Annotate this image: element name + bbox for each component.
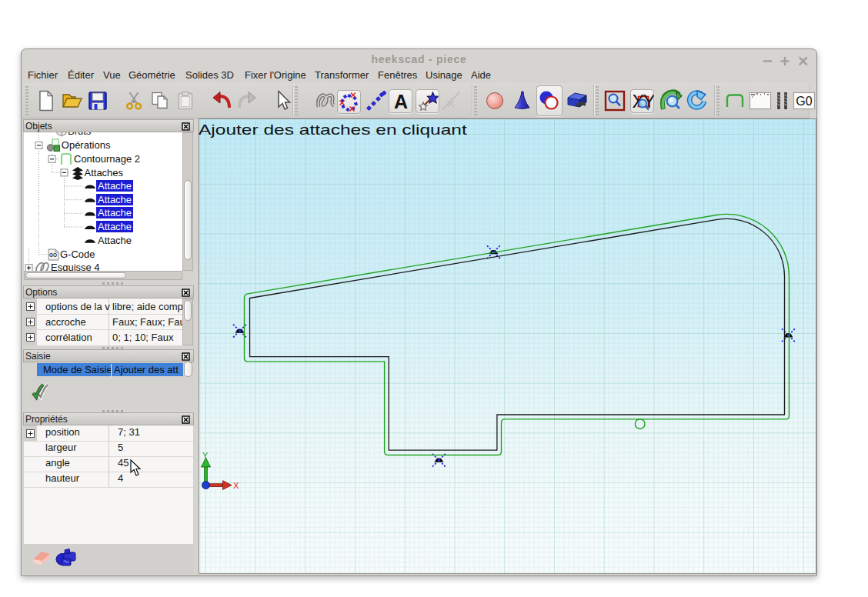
svg-text:G0: G0 [796,95,812,108]
svg-text:X: X [233,481,239,490]
svg-text:GO: GO [49,252,57,258]
svg-text:A: A [393,91,407,112]
svg-text:Y: Y [202,451,209,460]
